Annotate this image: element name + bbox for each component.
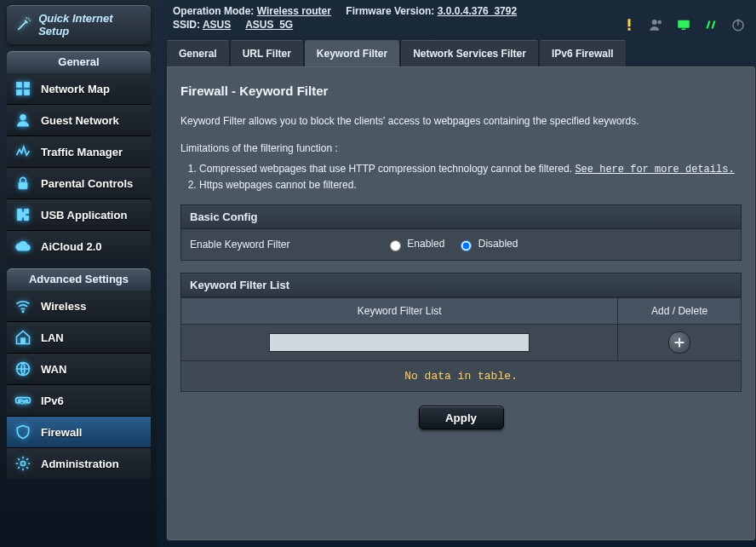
svg-point-4 — [20, 114, 26, 120]
tab-network-services-filter[interactable]: Network Services Filter — [400, 40, 539, 66]
col-keyword: Keyword Filter List — [181, 298, 618, 325]
keyword-input[interactable] — [269, 333, 530, 352]
tiles-icon — [14, 79, 32, 98]
svg-rect-7 — [21, 338, 26, 344]
ssid-2[interactable]: ASUS_5G — [245, 19, 293, 31]
list-header: Keyword Filter List — [180, 273, 742, 297]
disabled-option[interactable]: Disabled — [456, 238, 518, 251]
sidebar-item-parental-controls[interactable]: Parental Controls — [7, 167, 151, 199]
fw-label: Firmware Version: — [346, 5, 434, 17]
sidebar-item-network-map[interactable]: Network Map — [7, 73, 151, 104]
svg-rect-0 — [17, 83, 22, 88]
ssid-1[interactable]: ASUS — [203, 19, 231, 31]
more-details-link[interactable]: See here for more details. — [575, 164, 734, 176]
apply-button[interactable]: Apply — [419, 406, 504, 429]
shield-icon — [14, 423, 32, 441]
tab-general[interactable]: General — [166, 40, 230, 66]
wand-icon — [15, 16, 32, 33]
status-tray — [621, 17, 746, 32]
sidebar-item-usb-application[interactable]: USB Application — [7, 199, 151, 230]
tab-url-filter[interactable]: URL Filter — [230, 40, 304, 66]
page-title: Firewall - Keyword Filter — [180, 83, 742, 98]
warn-icon[interactable] — [621, 17, 637, 32]
sidebar-item-administration[interactable]: Administration — [7, 447, 151, 479]
gear-icon — [14, 454, 32, 473]
sidebar-item-label: AiCloud 2.0 — [41, 240, 102, 253]
sidebar-item-firewall[interactable]: Firewall — [7, 416, 151, 447]
limits-label: Limitations of the filtering function : — [180, 141, 742, 156]
sidebar-item-ipv6[interactable]: IPv6IPv6 — [7, 384, 151, 416]
fw-value[interactable]: 3.0.0.4.376_3792 — [438, 5, 517, 17]
op-mode-label: Operation Mode: — [173, 5, 254, 17]
enabled-text: Enabled — [407, 238, 444, 250]
sidebar-item-label: Firewall — [41, 426, 82, 439]
link-icon[interactable] — [703, 17, 719, 32]
svg-rect-17 — [682, 29, 686, 31]
svg-rect-5 — [19, 182, 27, 189]
sidebar-item-label: Parental Controls — [41, 177, 133, 190]
quick-internet-setup-button[interactable]: Quick Internet Setup — [7, 5, 151, 44]
disabled-radio[interactable] — [461, 240, 472, 251]
svg-text:IPv6: IPv6 — [18, 399, 29, 404]
enabled-radio[interactable] — [390, 240, 401, 251]
wifi-icon — [14, 297, 32, 315]
sidebar-item-wireless[interactable]: Wireless — [7, 291, 151, 321]
users-icon[interactable] — [649, 17, 664, 32]
basic-config-header: Basic Config — [180, 204, 742, 229]
wave-icon — [14, 142, 32, 161]
tab-ipv6-firewall[interactable]: IPv6 Firewall — [539, 40, 627, 66]
sidebar-item-label: Administration — [41, 458, 119, 470]
power-icon[interactable] — [730, 17, 746, 32]
content-panel: Firewall - Keyword Filter Keyword Filter… — [166, 66, 756, 541]
cloud-icon — [14, 237, 32, 256]
sidebar-item-label: Traffic Manager — [41, 146, 123, 158]
puzzle-icon — [14, 205, 32, 224]
add-button[interactable] — [668, 331, 690, 354]
limit-item: Compressed webpages that use HTTP compre… — [199, 161, 742, 177]
tab-keyword-filter[interactable]: Keyword Filter — [304, 40, 400, 66]
ssid-label: SSID: — [173, 19, 200, 31]
sidebar-item-label: Guest Network — [41, 114, 119, 127]
section-general-header: General — [7, 51, 151, 73]
limit-item: Https webpages cannot be filtered. — [199, 177, 742, 193]
svg-rect-3 — [25, 90, 30, 95]
section-advanced-header: Advanced Settings — [7, 268, 151, 291]
enabled-option[interactable]: Enabled — [386, 238, 444, 251]
no-data-text: No data in table. — [180, 361, 742, 392]
svg-point-6 — [22, 310, 25, 313]
house-icon — [14, 328, 32, 347]
sidebar-item-aicloud-2-0[interactable]: AiCloud 2.0 — [7, 230, 151, 262]
svg-rect-13 — [628, 28, 631, 31]
sidebar-item-label: USB Application — [41, 209, 127, 222]
enable-row: Enable Keyword Filter Enabled Disabled — [180, 229, 742, 261]
svg-point-15 — [658, 20, 662, 25]
sidebar-item-lan[interactable]: LAN — [7, 321, 151, 353]
sidebar-item-guest-network[interactable]: Guest Network — [7, 104, 151, 135]
col-add: Add / Delete — [618, 298, 742, 325]
lock-icon — [14, 174, 32, 193]
sidebar-item-traffic-manager[interactable]: Traffic Manager — [7, 135, 151, 167]
svg-rect-2 — [17, 90, 22, 95]
sidebar-item-label: Wireless — [41, 300, 86, 313]
sidebar-item-label: LAN — [41, 331, 64, 344]
sidebar-item-label: WAN — [41, 363, 66, 376]
sidebar-item-label: IPv6 — [41, 394, 64, 407]
svg-rect-1 — [25, 83, 30, 88]
limit-1-text: Compressed webpages that use HTTP compre… — [199, 163, 572, 175]
svg-point-14 — [652, 20, 657, 25]
svg-rect-16 — [678, 20, 690, 28]
intro-text: Keyword Filter allows you to block the c… — [180, 113, 742, 129]
svg-rect-12 — [628, 19, 631, 26]
enable-label: Enable Keyword Filter — [190, 239, 386, 250]
svg-point-11 — [21, 462, 26, 466]
keyword-table: Keyword Filter List Add / Delete — [180, 297, 742, 361]
sidebar-item-wan[interactable]: WAN — [7, 353, 151, 384]
sidebar-item-label: Network Map — [41, 83, 110, 95]
op-mode-value[interactable]: Wireless router — [257, 5, 331, 17]
network-icon[interactable] — [676, 17, 691, 32]
disabled-text: Disabled — [478, 238, 518, 250]
user-icon — [14, 111, 32, 130]
globe-icon — [14, 360, 32, 378]
quick-setup-label: Quick Internet Setup — [38, 12, 142, 37]
tab-bar: GeneralURL FilterKeyword FilterNetwork S… — [166, 39, 756, 66]
